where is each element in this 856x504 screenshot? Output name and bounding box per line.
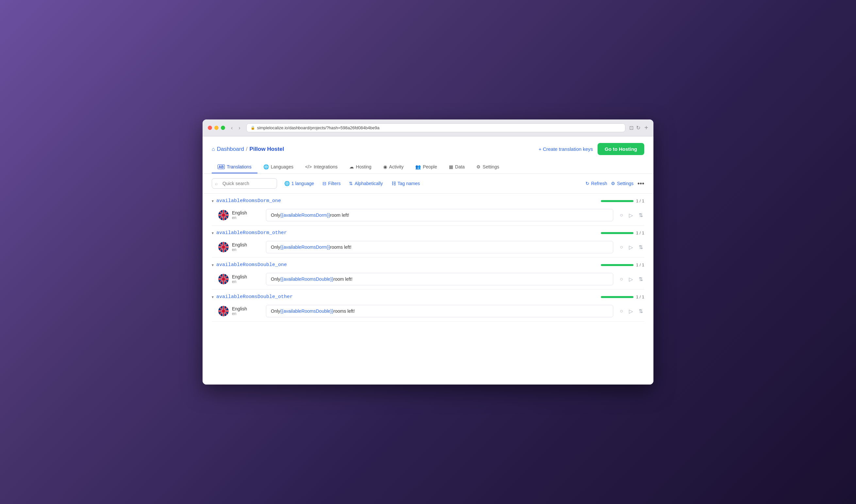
filter-icon: ⊟ xyxy=(322,181,326,186)
translation-content-2[interactable]: Only {{availableRoomsDouble}} room left! xyxy=(266,273,613,285)
tag-names-button[interactable]: ⛓ Tag names xyxy=(389,179,422,188)
tab-data[interactable]: ▦ Data xyxy=(443,161,471,173)
refresh-button[interactable]: ↻ Refresh xyxy=(586,181,607,186)
sort-icon: ⇅ xyxy=(349,181,353,186)
tab-integrations[interactable]: </> Integrations xyxy=(299,161,343,173)
lang-info-0: English en xyxy=(218,210,261,220)
group-progress-3: 1 / 1 xyxy=(601,294,644,299)
cast-icon[interactable]: ⊡ xyxy=(629,125,633,131)
breadcrumb-home[interactable]: Dashboard xyxy=(217,146,244,152)
tab-hosting[interactable]: ☁ Hosting xyxy=(343,161,377,173)
traffic-lights xyxy=(208,126,225,130)
toolbar-settings-button[interactable]: ⚙ Settings xyxy=(611,181,633,186)
text-plain: rooms left! xyxy=(330,245,351,250)
progress-label-3: 1 / 1 xyxy=(636,294,644,299)
search-input[interactable] xyxy=(212,178,277,189)
breadcrumb-separator: / xyxy=(246,146,248,152)
play-button-1[interactable]: ▷ xyxy=(628,243,634,252)
back-button[interactable]: ‹ xyxy=(229,124,234,131)
forward-button[interactable]: › xyxy=(237,124,242,131)
maximize-button[interactable] xyxy=(221,126,225,130)
lock-icon: 🔒 xyxy=(250,126,255,130)
row-actions-0: ○ ▷ ⇅ xyxy=(618,211,644,220)
translation-content-0[interactable]: Only {{availableRoomsDorm}} room left! xyxy=(266,209,613,221)
sort-label: Alphabetically xyxy=(354,181,383,186)
group-title-wrap-1[interactable]: ▾ availableRoomsDorm_other xyxy=(212,230,287,236)
lang-info-2: English en xyxy=(218,274,261,284)
lang-info-3: English en xyxy=(218,306,261,316)
play-button-2[interactable]: ▷ xyxy=(628,275,634,284)
branch-button-2[interactable]: ⇅ xyxy=(637,275,644,284)
toolbar: ⌕ 🌐 1 language ⊟ Filters ⇅ Alphabeticall… xyxy=(203,174,653,194)
translation-var: {{availableRoomsDorm}} xyxy=(280,213,330,218)
lang-code-3: en xyxy=(232,311,247,316)
translation-content-1[interactable]: Only {{availableRoomsDorm}} rooms left! xyxy=(266,241,613,253)
row-actions-1: ○ ▷ ⇅ xyxy=(618,243,644,252)
branch-button-1[interactable]: ⇅ xyxy=(637,243,644,252)
status-button-3[interactable]: ○ xyxy=(618,307,624,315)
tab-languages[interactable]: 🌐 Languages xyxy=(258,161,299,173)
group-title-wrap-3[interactable]: ▾ availableRoomsDouble_other xyxy=(212,294,293,300)
branch-button-0[interactable]: ⇅ xyxy=(637,211,644,220)
status-button-0[interactable]: ○ xyxy=(618,211,624,219)
text-plain: rooms left! xyxy=(333,308,354,314)
translation-group-2: ▾ availableRoomsDouble_one 1 / 1 xyxy=(212,257,644,290)
group-progress-1: 1 / 1 xyxy=(601,231,644,235)
progress-label-0: 1 / 1 xyxy=(636,198,644,203)
branch-button-3[interactable]: ⇅ xyxy=(637,307,644,316)
globe-icon: 🌐 xyxy=(263,164,269,169)
browser-chrome: ‹ › 🔒 simplelocalize.io/dashboard/projec… xyxy=(203,120,653,137)
group-header-2: ▾ availableRoomsDouble_one 1 / 1 xyxy=(212,257,644,270)
home-icon: ⌂ xyxy=(212,146,215,152)
tab-translations[interactable]: AB Translations xyxy=(212,161,258,173)
tab-activity[interactable]: ◉ Activity xyxy=(377,161,409,173)
new-tab-button[interactable]: + xyxy=(644,124,648,131)
code-icon: </> xyxy=(305,164,312,169)
more-button[interactable]: ••• xyxy=(637,180,644,187)
lang-info-1: English en xyxy=(218,242,261,252)
progress-label-1: 1 / 1 xyxy=(636,231,644,235)
group-title-wrap-0[interactable]: ▾ availableRoomsDorm_one xyxy=(212,198,281,204)
group-key-1: availableRoomsDorm_other xyxy=(216,230,287,236)
group-header-0: ▾ availableRoomsDorm_one 1 / 1 xyxy=(212,194,644,206)
status-button-1[interactable]: ○ xyxy=(618,243,624,251)
lang-name-0: English xyxy=(232,210,247,215)
filters-button[interactable]: ⊟ Filters xyxy=(320,179,343,188)
progress-bar-0 xyxy=(601,200,633,202)
create-translation-keys-button[interactable]: + Create translation keys xyxy=(539,146,593,152)
sort-button[interactable]: ⇅ Alphabetically xyxy=(346,179,385,188)
group-key-0: availableRoomsDorm_one xyxy=(216,198,281,204)
tab-translations-label: Translations xyxy=(227,164,251,169)
tab-integrations-label: Integrations xyxy=(314,164,337,169)
translation-row-0: English en Only {{availableRoomsDorm}} r… xyxy=(212,206,644,225)
lang-name-2: English xyxy=(232,274,247,280)
language-filter-label: 1 language xyxy=(292,181,314,186)
reload-icon[interactable]: ↻ xyxy=(636,125,640,131)
close-button[interactable] xyxy=(208,126,212,130)
language-filter-button[interactable]: 🌐 1 language xyxy=(282,179,317,188)
group-title-wrap-2[interactable]: ▾ availableRoomsDouble_one xyxy=(212,262,287,268)
group-progress-2: 1 / 1 xyxy=(601,263,644,267)
address-bar[interactable]: 🔒 simplelocalize.io/dashboard/projects/?… xyxy=(246,123,626,132)
chevron-down-icon: ▾ xyxy=(212,295,214,299)
translation-var: {{availableRoomsDouble}} xyxy=(280,308,334,314)
translation-content-3[interactable]: Only {{availableRoomsDouble}} rooms left… xyxy=(266,305,613,317)
tab-people[interactable]: 👥 People xyxy=(409,161,443,173)
text-plain: Only xyxy=(271,213,280,218)
toolbar-settings-label: Settings xyxy=(617,181,633,186)
minimize-button[interactable] xyxy=(214,126,219,130)
nav-buttons: ‹ › xyxy=(229,124,242,131)
status-button-2[interactable]: ○ xyxy=(618,275,624,283)
play-button-0[interactable]: ▷ xyxy=(628,211,634,220)
lang-code-0: en xyxy=(232,215,247,220)
tab-settings[interactable]: ⚙ Settings xyxy=(470,161,505,173)
search-wrap: ⌕ xyxy=(212,178,277,189)
text-plain: Only xyxy=(271,276,280,282)
nav-tabs: AB Translations 🌐 Languages </> Integrat… xyxy=(212,161,644,173)
go-to-hosting-button[interactable]: Go to Hosting xyxy=(597,143,644,155)
browser-actions: ⊡ ↻ xyxy=(629,125,640,131)
translation-var: {{availableRoomsDorm}} xyxy=(280,245,330,250)
play-button-3[interactable]: ▷ xyxy=(628,307,634,316)
header-top: ⌂ Dashboard / Pillow Hostel + Create tra… xyxy=(212,143,644,155)
project-name[interactable]: Pillow Hostel xyxy=(250,146,284,152)
